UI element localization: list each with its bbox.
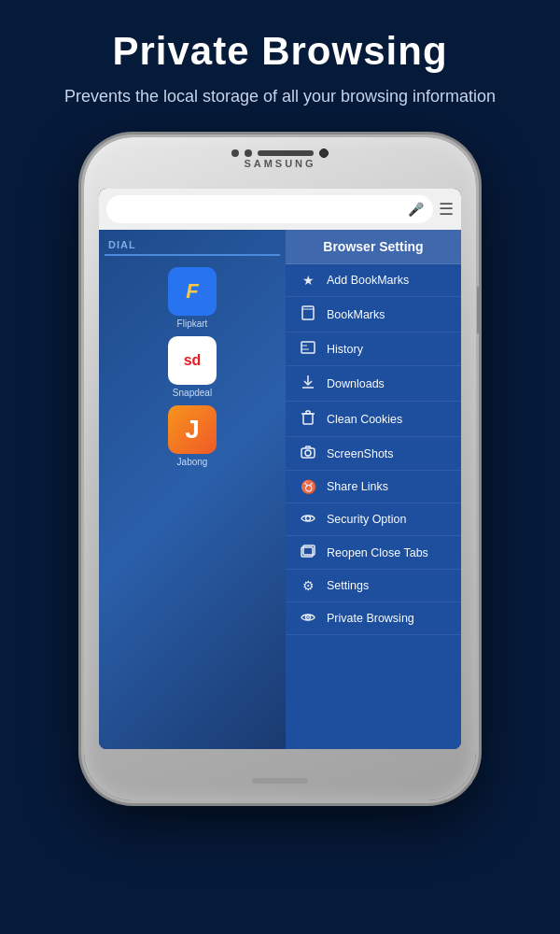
private-browsing-icon — [299, 611, 317, 626]
svg-point-14 — [306, 517, 311, 521]
menu-label: Private Browsing — [327, 612, 448, 625]
svg-point-13 — [305, 450, 311, 456]
speaker-bar — [258, 150, 314, 156]
menu-label: Add BookMarks — [327, 274, 448, 287]
snapdeal-label: Snapdeal — [173, 388, 212, 398]
menu-label: History — [327, 343, 448, 356]
sensor-dot-2 — [245, 149, 252, 157]
speed-dial-panel: DIAL F Flipkart sd Snapdeal — [99, 230, 286, 749]
menu-label: Downloads — [327, 377, 448, 390]
history-icon — [299, 341, 317, 357]
list-item[interactable]: sd Snapdeal — [106, 336, 278, 398]
bookmark-icon — [299, 305, 317, 323]
svg-rect-0 — [302, 306, 314, 319]
address-bar-row: 🎤 ☰ — [99, 189, 461, 230]
flipkart-label: Flipkart — [177, 318, 208, 329]
menu-item-share[interactable]: ♉ Share Links — [286, 471, 461, 503]
menu-item-settings[interactable]: ⚙ Settings — [286, 570, 461, 602]
menu-label: Reopen Close Tabs — [327, 546, 448, 559]
menu-item-cookies[interactable]: Clean Cookies — [286, 402, 461, 437]
camera-icon — [299, 446, 317, 461]
menu-item-private-browsing[interactable]: Private Browsing — [286, 602, 461, 635]
menu-label: Security Option — [327, 513, 448, 526]
trash-icon — [299, 410, 317, 428]
menu-item-security[interactable]: Security Option — [286, 503, 461, 536]
menu-item-screenshots[interactable]: ScreenShots — [286, 437, 461, 471]
star-icon: ★ — [299, 273, 317, 288]
jabong-label: Jabong — [177, 457, 208, 467]
flipkart-icon: F — [168, 267, 217, 316]
menu-item-reopen-tabs[interactable]: Reopen Close Tabs — [286, 536, 461, 570]
jabong-icon: J — [168, 405, 217, 454]
menu-item-bookmarks-add[interactable]: ★ Add BookMarks — [286, 264, 461, 297]
sensor-dot-1 — [231, 149, 239, 157]
main-title: Private Browsing — [28, 30, 532, 73]
list-item[interactable]: F Flipkart — [106, 267, 278, 329]
speed-dial-label: DIAL — [105, 237, 280, 256]
share-icon: ♉ — [299, 479, 317, 494]
menu-label: BookMarks — [327, 308, 448, 321]
browser-content: 🎤 ☰ DIAL F Flipkar — [99, 189, 461, 749]
header-section: Private Browsing Prevents the local stor… — [0, 0, 560, 128]
menu-item-bookmarks[interactable]: BookMarks — [286, 297, 461, 333]
svg-point-18 — [307, 616, 309, 618]
menu-label: ScreenShots — [327, 447, 448, 460]
snapdeal-icon: sd — [168, 336, 217, 385]
camera-dot — [319, 149, 329, 158]
menu-label: Share Links — [327, 480, 448, 493]
app-grid: F Flipkart sd Snapdeal J Jabong — [105, 263, 280, 471]
browser-menu: Browser Setting ★ Add BookMarks — [286, 230, 461, 749]
phone-mockup: SAMSUNG 🎤 ☰ DIAL — [84, 137, 476, 800]
list-item[interactable]: J Jabong — [106, 405, 278, 467]
menu-item-downloads[interactable]: Downloads — [286, 366, 461, 402]
subtitle: Prevents the local storage of all your b… — [28, 84, 532, 109]
menu-label: Clean Cookies — [327, 413, 448, 426]
reopen-tabs-icon — [299, 545, 317, 560]
volume-button — [477, 287, 481, 333]
hamburger-menu-icon[interactable]: ☰ — [439, 199, 454, 219]
svg-rect-2 — [301, 342, 315, 353]
samsung-brand: SAMSUNG — [244, 158, 315, 169]
menu-item-history[interactable]: History — [286, 333, 461, 366]
phone-shell: SAMSUNG 🎤 ☰ DIAL — [84, 137, 476, 800]
svg-rect-7 — [303, 414, 313, 424]
eye-icon — [299, 512, 317, 527]
mic-icon[interactable]: 🎤 — [408, 202, 424, 217]
sensors-row — [231, 149, 329, 158]
download-icon — [299, 375, 317, 392]
home-indicator — [252, 778, 308, 784]
browser-main: DIAL F Flipkart sd Snapdeal — [99, 230, 461, 749]
phone-screen: 🎤 ☰ DIAL F Flipkar — [99, 189, 461, 749]
address-bar[interactable]: 🎤 — [106, 195, 433, 223]
settings-icon: ⚙ — [299, 578, 317, 593]
menu-label: Settings — [327, 579, 448, 592]
menu-header: Browser Setting — [286, 230, 461, 264]
flipkart-logo: F — [186, 279, 198, 304]
